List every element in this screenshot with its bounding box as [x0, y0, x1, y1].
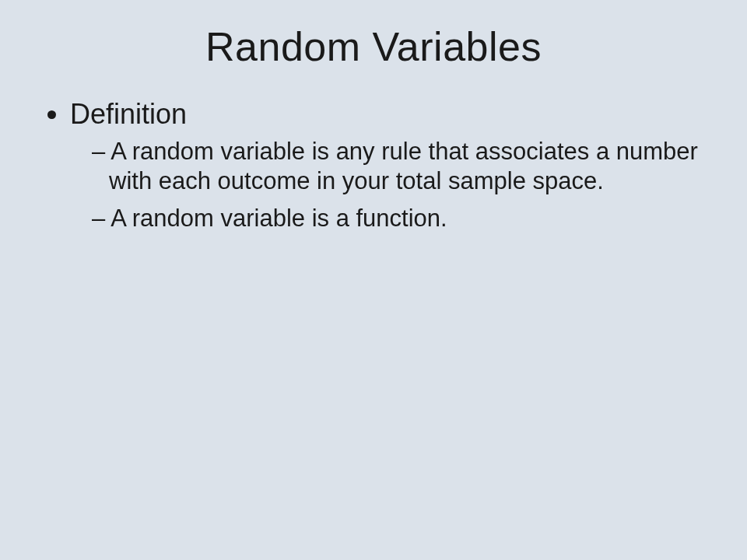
bullet-sub-2: A random variable is a function. [92, 204, 708, 233]
bullet-main-text: Definition [70, 98, 187, 130]
bullet-list-level2: A random variable is any rule that assoc… [70, 137, 708, 233]
slide-title: Random Variables [39, 23, 708, 70]
bullet-list-level1: Definition A random variable is any rule… [39, 98, 708, 233]
slide: Random Variables Definition A random var… [0, 0, 747, 560]
bullet-sub-1: A random variable is any rule that assoc… [92, 137, 708, 196]
bullet-main: Definition A random variable is any rule… [70, 98, 708, 233]
